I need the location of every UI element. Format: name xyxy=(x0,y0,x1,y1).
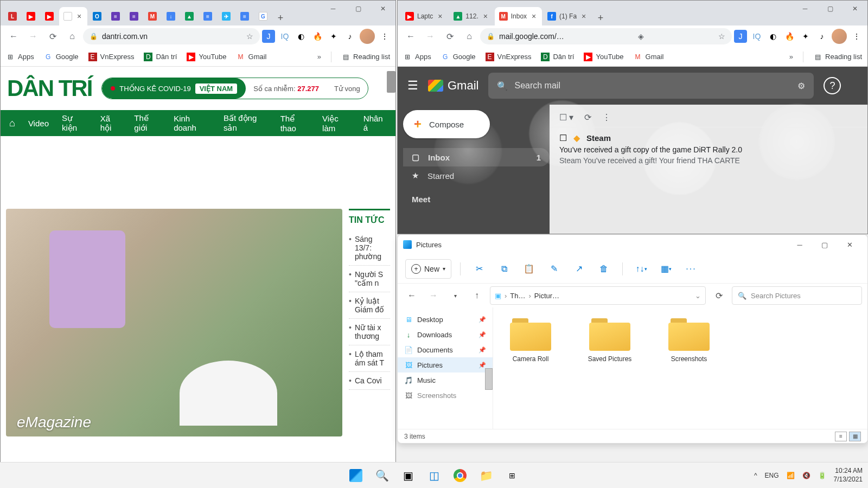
bookmark-item[interactable]: EVnExpress xyxy=(486,53,532,61)
scrollbar-thumb[interactable] xyxy=(485,368,493,390)
tab[interactable]: ✈ xyxy=(218,7,235,25)
tab[interactable]: O xyxy=(88,7,106,25)
tray-chevron-icon[interactable]: ^ xyxy=(754,472,757,479)
tab[interactable]: ≡ xyxy=(107,7,124,25)
news-link[interactable]: Nữ tài x thương xyxy=(349,319,390,345)
bookmark-apps[interactable]: ⊞Apps xyxy=(6,53,34,61)
reading-list-button[interactable]: ▤Reading list xyxy=(813,53,862,61)
tab[interactable]: ≡ xyxy=(199,7,216,25)
nav-item[interactable]: Thể thao xyxy=(280,114,309,133)
explorer-button[interactable]: 📁 xyxy=(475,465,497,486)
sidebar-item-inbox[interactable]: ▢ Inbox 1 xyxy=(403,148,550,166)
bookmarks-overflow[interactable]: » xyxy=(789,53,793,61)
nav-pictures[interactable]: 🖼Pictures📌 xyxy=(398,357,493,373)
tab[interactable]: G xyxy=(254,7,272,25)
nav-documents[interactable]: 📄Documents📌 xyxy=(398,342,493,357)
maximize-button[interactable]: ▢ xyxy=(818,1,843,17)
close-icon[interactable]: × xyxy=(530,12,538,20)
nav-downloads[interactable]: ↓Downloads📌 xyxy=(398,327,493,342)
back-button[interactable]: ← xyxy=(403,287,420,304)
url-input[interactable]: 🔒 dantri.com.vn ☆ xyxy=(83,28,260,44)
new-button[interactable]: +New▾ xyxy=(405,259,451,279)
folder-item[interactable]: Saved Pictures xyxy=(580,318,640,363)
tab[interactable]: ▲ xyxy=(181,7,198,25)
forward-button[interactable]: → xyxy=(425,287,442,304)
widgets-button[interactable]: ◫ xyxy=(423,465,445,486)
bookmark-item[interactable]: DDân trí xyxy=(541,53,574,61)
icons-view-button[interactable]: ▦ xyxy=(849,432,861,441)
nav-item[interactable]: Nhân á xyxy=(363,114,387,132)
reading-list-button[interactable]: ▤Reading list xyxy=(341,53,390,61)
wifi-icon[interactable]: 📶 xyxy=(787,472,795,479)
tab[interactable]: ▶Laptc× xyxy=(401,7,448,25)
bookmark-item[interactable]: ▶YouTube xyxy=(187,53,226,61)
help-icon[interactable]: ? xyxy=(824,77,841,94)
folder-item[interactable]: Camera Roll xyxy=(501,318,560,363)
sidebar-item-starred[interactable]: ★ Starred xyxy=(403,166,550,185)
app-button[interactable]: ⊞ xyxy=(501,465,523,486)
rename-icon[interactable]: ✎ xyxy=(544,259,564,279)
refresh-icon[interactable]: ⟳ xyxy=(584,112,591,123)
gmail-logo[interactable]: Gmail xyxy=(428,79,478,93)
forward-button[interactable]: → xyxy=(24,28,42,45)
path-segment[interactable]: Th… xyxy=(510,292,525,300)
home-button[interactable]: ⌂ xyxy=(63,28,81,45)
path-segment[interactable]: Pictur… xyxy=(534,292,559,300)
minimize-button[interactable]: ─ xyxy=(321,1,346,17)
nav-music[interactable]: 🎵Music xyxy=(398,373,493,388)
extension-icon[interactable]: 🔥 xyxy=(783,30,796,43)
search-input[interactable]: 🔍 Search mail ⚙ xyxy=(488,73,814,99)
language-indicator[interactable]: ENG xyxy=(765,472,779,479)
profile-avatar[interactable] xyxy=(360,29,375,44)
cut-icon[interactable]: ✂ xyxy=(469,259,489,279)
file-area[interactable]: Camera Roll Saved Pictures Screenshots xyxy=(493,307,867,429)
search-options-icon[interactable]: ⚙ xyxy=(797,81,805,91)
title-bar[interactable]: Pictures ─ ▢ ✕ xyxy=(398,235,867,254)
bookmark-item[interactable]: MGmail xyxy=(237,53,267,61)
tab[interactable]: ▶ xyxy=(41,7,58,25)
close-icon[interactable]: × xyxy=(75,12,83,20)
url-input[interactable]: 🔒 mail.google.com/… ◈ ☆ xyxy=(480,28,732,44)
news-link[interactable]: Người S "cấm n xyxy=(349,266,390,292)
select-checkbox[interactable]: ☐ ▾ xyxy=(559,112,573,123)
close-button[interactable]: ✕ xyxy=(837,236,862,253)
nav-item[interactable]: Sự kiện xyxy=(62,113,87,133)
maximize-button[interactable]: ▢ xyxy=(812,236,837,253)
refresh-button[interactable]: ⟳ xyxy=(710,287,727,304)
new-tab-button[interactable]: + xyxy=(273,10,288,25)
more-icon[interactable]: ⋮ xyxy=(602,112,611,123)
bookmark-star-icon[interactable]: ☆ xyxy=(718,32,725,41)
extension-icon[interactable]: J xyxy=(734,30,747,43)
close-icon[interactable]: × xyxy=(580,12,588,20)
bookmark-item[interactable]: MGmail xyxy=(634,53,664,61)
media-icon[interactable]: ♪ xyxy=(815,30,828,43)
extension-icon[interactable]: IQ xyxy=(750,30,763,43)
volume-icon[interactable]: 🔇 xyxy=(802,472,810,479)
tab[interactable]: ▲112.× xyxy=(449,7,493,25)
news-link[interactable]: Lộ tham ám sát T xyxy=(349,345,390,372)
mail-checkbox[interactable]: ☐ xyxy=(559,133,567,143)
profile-avatar[interactable] xyxy=(832,29,847,44)
up-button[interactable]: ↑ xyxy=(468,287,486,304)
tab-active[interactable]: × xyxy=(59,7,87,25)
nav-item[interactable]: Video xyxy=(28,119,49,128)
close-button[interactable]: ✕ xyxy=(843,1,867,17)
search-input[interactable]: 🔍 Search Pictures xyxy=(732,286,862,305)
bookmarks-overflow[interactable]: » xyxy=(317,53,321,61)
share-icon[interactable]: ↗ xyxy=(569,259,589,279)
extension-icon[interactable]: J xyxy=(262,30,275,43)
bookmark-item[interactable]: GGoogle xyxy=(441,53,476,61)
close-button[interactable]: ✕ xyxy=(371,1,395,17)
minimize-button[interactable]: ─ xyxy=(793,1,818,17)
sort-icon[interactable]: ↑↓ ▾ xyxy=(631,259,651,279)
bookmark-item[interactable]: GGoogle xyxy=(44,53,79,61)
nav-item[interactable]: Bất động sản xyxy=(224,113,267,133)
nav-item[interactable]: Việc làm xyxy=(322,114,350,133)
tab[interactable]: ▶ xyxy=(22,7,40,25)
mail-row[interactable]: ☐ ◆ Steam You've received a gift copy of… xyxy=(550,127,867,170)
nav-screenshots[interactable]: 🖼Screenshots xyxy=(398,388,493,403)
extension-icon[interactable]: 🔥 xyxy=(311,30,324,43)
view-icon[interactable]: ▦ ▾ xyxy=(656,259,676,279)
chrome-button[interactable] xyxy=(449,465,471,486)
tab-active[interactable]: MInbox× xyxy=(495,7,542,25)
